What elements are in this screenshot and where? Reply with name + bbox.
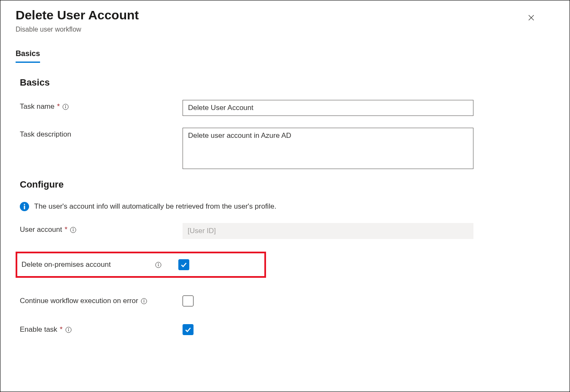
user-account-label-text: User account bbox=[20, 226, 62, 234]
info-icon[interactable] bbox=[70, 226, 77, 233]
user-account-field: [User ID] bbox=[183, 223, 473, 239]
delete-onprem-checkbox[interactable] bbox=[178, 259, 189, 270]
svg-point-3 bbox=[65, 105, 66, 106]
section-title-basics: Basics bbox=[20, 77, 554, 88]
highlight-delete-onprem: Delete on-premises account bbox=[16, 252, 266, 278]
close-button[interactable] bbox=[525, 11, 538, 25]
info-icon[interactable] bbox=[62, 103, 69, 110]
required-asterisk: * bbox=[60, 325, 63, 334]
svg-point-15 bbox=[144, 300, 144, 300]
task-description-label: Task description bbox=[20, 128, 183, 139]
delete-onprem-label: Delete on-premises account bbox=[22, 260, 111, 269]
section-title-configure: Configure bbox=[20, 179, 554, 190]
task-name-label-text: Task name bbox=[20, 102, 54, 111]
enable-task-checkbox[interactable] bbox=[183, 324, 194, 335]
svg-point-9 bbox=[73, 228, 73, 229]
required-asterisk: * bbox=[65, 226, 67, 234]
svg-point-18 bbox=[68, 328, 69, 329]
user-account-label: User account * bbox=[20, 223, 183, 234]
tabs-bar: Basics bbox=[16, 49, 554, 63]
page-title: Delete User Account bbox=[16, 8, 139, 22]
svg-rect-7 bbox=[24, 206, 25, 209]
svg-point-6 bbox=[24, 204, 25, 205]
tab-basics[interactable]: Basics bbox=[16, 49, 40, 63]
info-icon[interactable] bbox=[65, 326, 72, 333]
page-subtitle: Disable user workflow bbox=[16, 26, 139, 33]
close-icon bbox=[527, 16, 535, 23]
continue-on-error-label: Continue workflow execution on error bbox=[20, 297, 138, 305]
svg-point-12 bbox=[158, 263, 158, 264]
info-banner-text: The user's account info will automatical… bbox=[34, 202, 276, 211]
task-name-input[interactable] bbox=[183, 100, 473, 116]
info-banner-icon bbox=[20, 202, 29, 211]
info-icon[interactable] bbox=[155, 261, 161, 268]
enable-task-label: Enable task bbox=[20, 325, 57, 334]
task-name-label: Task name * bbox=[20, 100, 183, 111]
task-description-input[interactable] bbox=[183, 128, 473, 169]
info-icon[interactable] bbox=[141, 298, 148, 304]
continue-on-error-checkbox[interactable] bbox=[183, 295, 194, 306]
required-asterisk: * bbox=[57, 102, 60, 111]
